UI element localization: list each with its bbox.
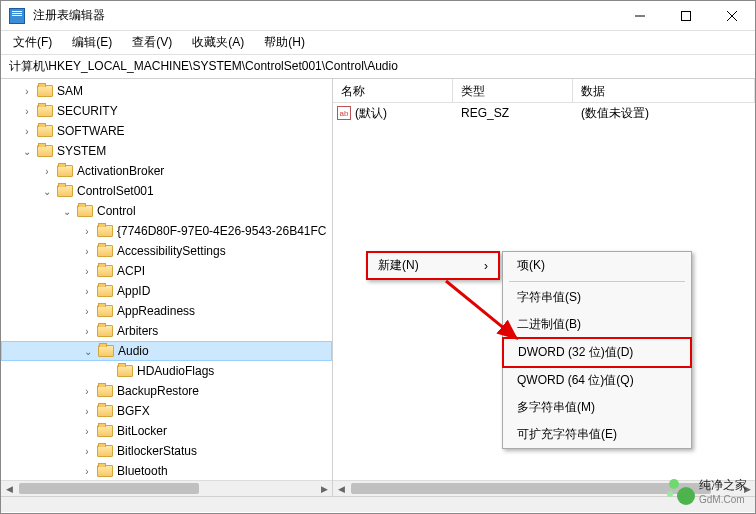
- tree-item[interactable]: ›ACPI: [1, 261, 332, 281]
- column-data[interactable]: 数据: [573, 79, 755, 102]
- tree-item[interactable]: ›Arbiters: [1, 321, 332, 341]
- tree-panel: ›SAM›SECURITY›SOFTWARE⌄SYSTEM›Activation…: [1, 79, 333, 496]
- chevron-right-icon[interactable]: ›: [21, 106, 33, 117]
- tree-label: BitlockerStatus: [117, 444, 197, 458]
- menu-item-new[interactable]: 新建(N): [378, 257, 419, 274]
- menu-view[interactable]: 查看(V): [124, 32, 180, 53]
- tree-item[interactable]: ›{7746D80F-97E0-4E26-9543-26B41FC: [1, 221, 332, 241]
- chevron-right-icon[interactable]: ›: [81, 226, 93, 237]
- menu-edit[interactable]: 编辑(E): [64, 32, 120, 53]
- menu-item[interactable]: 项(K): [503, 252, 691, 279]
- address-bar[interactable]: 计算机\HKEY_LOCAL_MACHINE\SYSTEM\ControlSet…: [1, 55, 755, 79]
- menu-item[interactable]: 可扩充字符串值(E): [503, 421, 691, 448]
- chevron-right-icon[interactable]: ›: [81, 326, 93, 337]
- tree-item[interactable]: ›AccessibilitySettings: [1, 241, 332, 261]
- tree-label: BitLocker: [117, 424, 167, 438]
- maximize-button[interactable]: [663, 1, 709, 31]
- chevron-right-icon[interactable]: ›: [81, 466, 93, 477]
- column-name[interactable]: 名称: [333, 79, 453, 102]
- folder-icon: [97, 385, 113, 397]
- watermark-logo-icon: [667, 477, 695, 505]
- tree-item[interactable]: ⌄ControlSet001: [1, 181, 332, 201]
- folder-icon: [57, 185, 73, 197]
- chevron-down-icon[interactable]: ⌄: [21, 146, 33, 157]
- tree-hscrollbar[interactable]: ◀ ▶: [1, 480, 332, 496]
- tree-item[interactable]: ⌄SYSTEM: [1, 141, 332, 161]
- watermark: 纯净之家 GdM.Com: [667, 477, 747, 505]
- chevron-right-icon[interactable]: ›: [81, 406, 93, 417]
- tree-label: SYSTEM: [57, 144, 106, 158]
- chevron-right-icon[interactable]: ›: [81, 246, 93, 257]
- menu-item[interactable]: QWORD (64 位)值(Q): [503, 367, 691, 394]
- value-type: REG_SZ: [453, 106, 573, 120]
- tree-item[interactable]: ›BackupRestore: [1, 381, 332, 401]
- chevron-right-icon[interactable]: ›: [81, 306, 93, 317]
- chevron-right-icon[interactable]: ›: [81, 286, 93, 297]
- tree-label: SECURITY: [57, 104, 118, 118]
- chevron-right-icon[interactable]: ›: [21, 126, 33, 137]
- folder-icon: [57, 165, 73, 177]
- tree-label: BackupRestore: [117, 384, 199, 398]
- tree-label: SAM: [57, 84, 83, 98]
- folder-icon: [97, 305, 113, 317]
- context-menu-new[interactable]: 新建(N) ›: [366, 251, 500, 280]
- tree-label: BGFX: [117, 404, 150, 418]
- tree-item[interactable]: ›BitlockerStatus: [1, 441, 332, 461]
- folder-icon: [37, 85, 53, 97]
- tree-label: SOFTWARE: [57, 124, 125, 138]
- tree-item[interactable]: ›BGFX: [1, 401, 332, 421]
- list-row[interactable]: ab (默认) REG_SZ (数值未设置): [333, 103, 755, 123]
- chevron-down-icon[interactable]: ⌄: [61, 206, 73, 217]
- tree-label: ACPI: [117, 264, 145, 278]
- tree-item[interactable]: ⌄Control: [1, 201, 332, 221]
- minimize-button[interactable]: [617, 1, 663, 31]
- chevron-right-icon[interactable]: ›: [81, 426, 93, 437]
- chevron-right-icon[interactable]: ›: [81, 446, 93, 457]
- tree-label: {7746D80F-97E0-4E26-9543-26B41FC: [117, 224, 326, 238]
- tree-label: Audio: [118, 344, 149, 358]
- chevron-right-icon[interactable]: ›: [81, 386, 93, 397]
- menu-help[interactable]: 帮助(H): [256, 32, 313, 53]
- scroll-right-icon[interactable]: ▶: [316, 481, 332, 496]
- tree-item[interactable]: ›AppReadiness: [1, 301, 332, 321]
- titlebar: 注册表编辑器: [1, 1, 755, 31]
- tree-item[interactable]: ›AppID: [1, 281, 332, 301]
- folder-icon: [98, 345, 114, 357]
- chevron-down-icon[interactable]: ⌄: [82, 346, 94, 357]
- folder-icon: [37, 125, 53, 137]
- tree-item[interactable]: ›ActivationBroker: [1, 161, 332, 181]
- scroll-left-icon[interactable]: ◀: [1, 481, 17, 496]
- menu-favorites[interactable]: 收藏夹(A): [184, 32, 252, 53]
- tree-label: Control: [97, 204, 136, 218]
- menu-item[interactable]: 二进制值(B): [503, 311, 691, 338]
- tree-item[interactable]: ›Bluetooth: [1, 461, 332, 480]
- chevron-down-icon[interactable]: ⌄: [41, 186, 53, 197]
- tree-item[interactable]: ›SECURITY: [1, 101, 332, 121]
- menu-item[interactable]: DWORD (32 位)值(D): [502, 337, 692, 368]
- tree-label: Arbiters: [117, 324, 158, 338]
- statusbar: [1, 496, 755, 512]
- window-title: 注册表编辑器: [29, 7, 617, 24]
- close-button[interactable]: [709, 1, 755, 31]
- value-name: (默认): [355, 105, 387, 122]
- folder-icon: [117, 365, 133, 377]
- scroll-left-icon[interactable]: ◀: [333, 481, 349, 496]
- tree-label: ControlSet001: [77, 184, 154, 198]
- tree-item[interactable]: ⌄Audio: [1, 341, 332, 361]
- context-submenu-new[interactable]: 项(K)字符串值(S)二进制值(B)DWORD (32 位)值(D)QWORD …: [502, 251, 692, 449]
- tree-item[interactable]: ›BitLocker: [1, 421, 332, 441]
- tree-item[interactable]: ›SAM: [1, 81, 332, 101]
- folder-icon: [37, 145, 53, 157]
- tree-label: AppReadiness: [117, 304, 195, 318]
- tree-item[interactable]: ›SOFTWARE: [1, 121, 332, 141]
- menu-item[interactable]: 字符串值(S): [503, 284, 691, 311]
- chevron-right-icon[interactable]: ›: [41, 166, 53, 177]
- chevron-right-icon[interactable]: ›: [81, 266, 93, 277]
- menu-file[interactable]: 文件(F): [5, 32, 60, 53]
- watermark-name: 纯净之家: [699, 477, 747, 494]
- chevron-right-icon[interactable]: ›: [21, 86, 33, 97]
- menu-item[interactable]: 多字符串值(M): [503, 394, 691, 421]
- column-type[interactable]: 类型: [453, 79, 573, 102]
- watermark-url: GdM.Com: [699, 494, 747, 505]
- tree-item[interactable]: HDAudioFlags: [1, 361, 332, 381]
